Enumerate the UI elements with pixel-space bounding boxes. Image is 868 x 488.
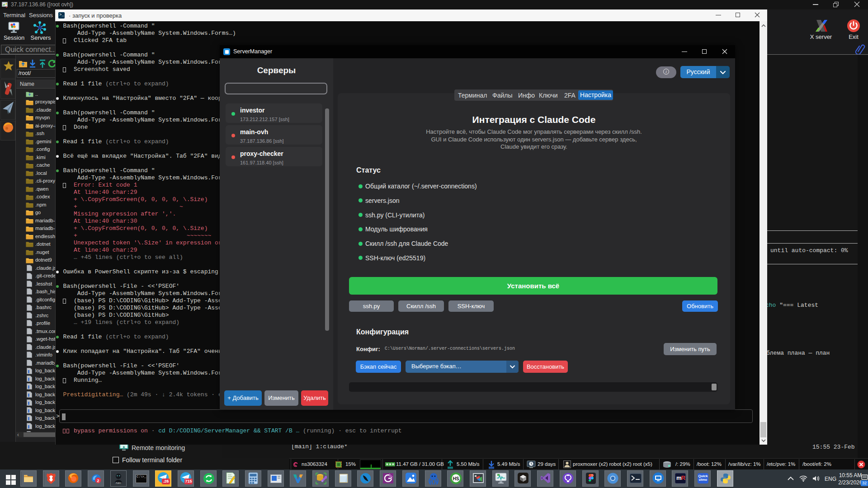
svg-text:2: 2: [97, 479, 99, 483]
svg-text:FURY: FURY: [116, 482, 121, 484]
svg-text:HS: HS: [453, 476, 459, 481]
